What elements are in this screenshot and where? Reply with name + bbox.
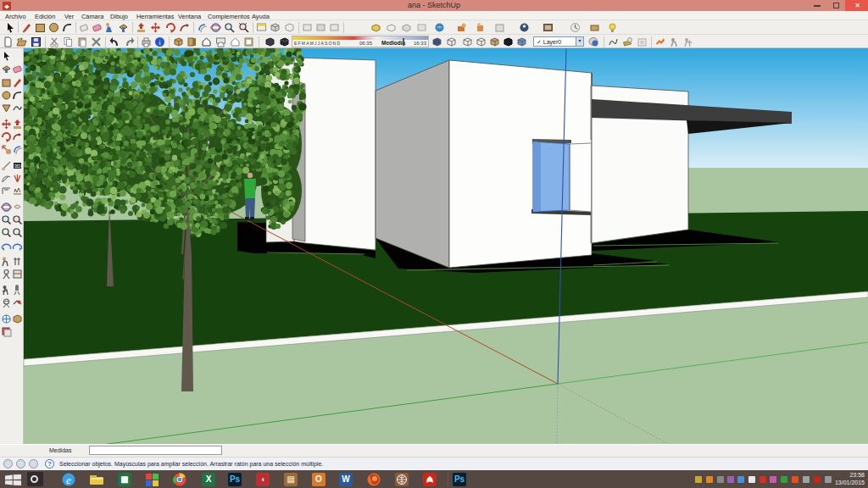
- svg-text:e: e: [66, 474, 71, 486]
- svg-text:3D: 3D: [14, 164, 21, 169]
